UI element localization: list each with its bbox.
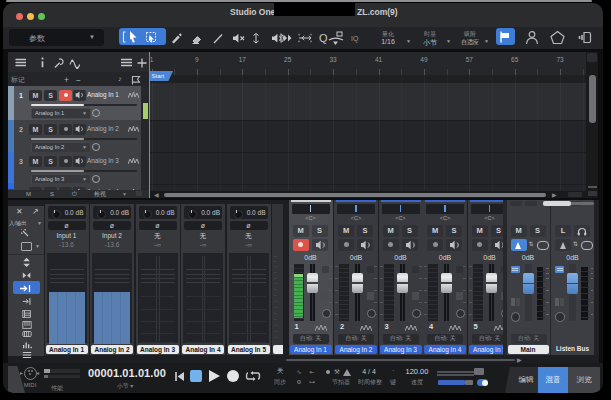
- svg-text:Q: Q: [319, 32, 328, 44]
